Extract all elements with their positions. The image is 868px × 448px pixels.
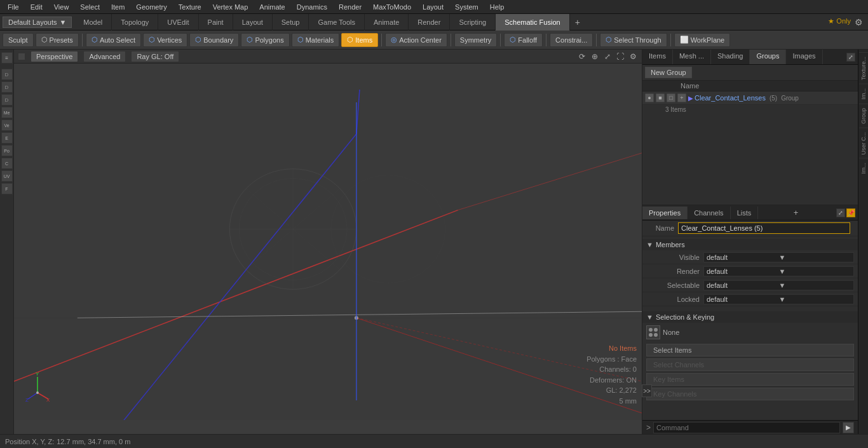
left-panel-btn-d2[interactable]: D xyxy=(1,81,13,93)
select-through-button[interactable]: ⬡ Select Through xyxy=(600,33,667,47)
layout-dropdown[interactable]: Default Layouts ▼ xyxy=(3,17,72,28)
materials-button[interactable]: ⬡ Materials xyxy=(292,33,340,47)
layout-tab-render[interactable]: Render xyxy=(409,14,450,31)
left-panel-btn-c1[interactable]: C xyxy=(1,158,13,169)
left-panel-btn-expand[interactable]: D xyxy=(1,69,13,80)
boundary-button[interactable]: ⬡ Boundary xyxy=(189,33,239,47)
left-panel-btn-m1[interactable]: Me xyxy=(1,107,13,118)
left-panel-btn-f1[interactable]: F xyxy=(1,183,13,194)
settings-icon[interactable]: ⚙ xyxy=(855,17,863,27)
group-row[interactable]: ● ■ □ + ▶ Clear_Contact_Lenses (5) Group xyxy=(642,92,858,105)
layout-tab-paint[interactable]: Paint xyxy=(199,14,233,31)
items-button[interactable]: ⬡ Items xyxy=(341,33,378,47)
side-tab-im[interactable]: Im... xyxy=(859,84,868,104)
layout-tab-animate[interactable]: Animate xyxy=(365,14,409,31)
side-tab-texture[interactable]: Texture... xyxy=(859,52,868,84)
menu-vertex-map[interactable]: Vertex Map xyxy=(208,2,254,12)
menu-maxtomodo[interactable]: MaxToModo xyxy=(368,2,416,12)
constraints-button[interactable]: Constrai... xyxy=(550,33,593,47)
workplane-button[interactable]: ⬜ WorkPlane xyxy=(674,33,731,47)
viewport-tab-perspective[interactable]: Perspective xyxy=(31,51,78,62)
menu-dynamics[interactable]: Dynamics xyxy=(292,2,332,12)
members-header[interactable]: ▼ Members xyxy=(642,239,858,250)
right-tab-images[interactable]: Images xyxy=(786,50,822,64)
menu-select[interactable]: Select xyxy=(75,2,105,12)
name-input[interactable] xyxy=(678,222,850,234)
layout-tab-model[interactable]: Model xyxy=(74,14,112,31)
command-input[interactable] xyxy=(653,422,840,433)
action-center-button[interactable]: ◎ Action Center xyxy=(385,33,447,47)
right-tab-mesh[interactable]: Mesh ... xyxy=(673,50,711,64)
left-panel-btn-1[interactable]: ≡ xyxy=(1,52,13,64)
viewport-ctrl-settings[interactable]: ⚙ xyxy=(628,51,638,62)
layout-tab-uvedit[interactable]: UVEdit xyxy=(158,14,198,31)
side-tab-group[interactable]: Group xyxy=(859,104,868,128)
viewport-ctrl-zoom[interactable]: ⊕ xyxy=(590,51,600,62)
group-type-btn[interactable]: + xyxy=(677,93,686,102)
side-tab-im2[interactable]: Im... xyxy=(859,158,868,178)
presets-button[interactable]: ⬡ Presets xyxy=(36,33,79,47)
layout-tab-topology[interactable]: Topology xyxy=(112,14,158,31)
menu-system[interactable]: System xyxy=(450,2,484,12)
right-expand-btn[interactable]: >> xyxy=(642,384,652,397)
prop-tab-add[interactable]: + xyxy=(790,205,803,220)
left-panel-btn-uv[interactable]: UV xyxy=(1,170,13,182)
menu-geometry[interactable]: Geometry xyxy=(131,2,172,12)
menu-view[interactable]: View xyxy=(49,2,74,12)
select-items-button[interactable]: Select Items xyxy=(646,344,854,356)
viewport[interactable]: Perspective Advanced Ray GL: Off ⟳ ⊕ ⤢ ⛶… xyxy=(14,50,642,434)
prop-tab-lists[interactable]: Lists xyxy=(731,207,759,219)
selectable-select[interactable]: default ▼ xyxy=(703,280,854,290)
menu-texture[interactable]: Texture xyxy=(173,2,207,12)
side-tab-user-c[interactable]: User C... xyxy=(859,128,868,159)
right-tab-groups[interactable]: Groups xyxy=(750,50,786,64)
add-layout-button[interactable]: + xyxy=(570,15,585,30)
right-panel-expand-btn[interactable]: ⤢ xyxy=(846,53,855,62)
right-tab-shading[interactable]: Shading xyxy=(711,50,750,64)
properties-expand-btn[interactable]: ⤢ xyxy=(836,208,845,217)
auto-select-button[interactable]: ⬡ Auto Select xyxy=(86,33,141,47)
viewport-ctrl-fit[interactable]: ⤢ xyxy=(602,51,613,62)
left-panel-btn-e1[interactable]: E xyxy=(1,132,13,144)
render-select[interactable]: default ▼ xyxy=(703,266,854,276)
group-visibility-btn[interactable]: ● xyxy=(645,93,654,102)
new-group-button[interactable]: New Group xyxy=(645,67,692,78)
viewport-tab-advanced[interactable]: Advanced xyxy=(83,51,126,62)
command-run-button[interactable]: ▶ xyxy=(843,422,854,433)
menu-edit[interactable]: Edit xyxy=(25,2,48,12)
menu-help[interactable]: Help xyxy=(485,2,510,12)
menu-render[interactable]: Render xyxy=(334,2,367,12)
viewport-ray-gl[interactable]: Ray GL: Off xyxy=(131,51,179,62)
key-channels-button[interactable]: Key Channels xyxy=(646,388,854,400)
left-panel-btn-v1[interactable]: Ve xyxy=(1,119,13,131)
menu-animate[interactable]: Animate xyxy=(254,2,290,12)
keying-grid-icon[interactable] xyxy=(646,325,660,339)
key-items-button[interactable]: Key Items xyxy=(646,373,854,386)
symmetry-button[interactable]: Symmetry xyxy=(454,33,498,47)
menu-layout[interactable]: Layout xyxy=(417,2,449,12)
left-panel-btn-d3[interactable]: D xyxy=(1,94,13,105)
locked-select[interactable]: default ▼ xyxy=(703,294,854,304)
right-tab-items[interactable]: Items xyxy=(642,50,673,64)
viewport-ctrl-expand[interactable]: ⛶ xyxy=(615,51,625,62)
vertices-button[interactable]: ⬡ Vertices xyxy=(143,33,187,47)
menu-file[interactable]: File xyxy=(3,2,24,12)
layout-tab-setup[interactable]: Setup xyxy=(273,14,309,31)
visible-select[interactable]: default ▼ xyxy=(703,252,854,262)
group-lock-btn[interactable]: □ xyxy=(667,93,675,102)
layout-tab-scripting[interactable]: Scripting xyxy=(450,14,496,31)
selection-keying-header[interactable]: ▼ Selection & Keying xyxy=(642,311,858,323)
layout-tab-layout[interactable]: Layout xyxy=(233,14,273,31)
viewport-menu-btn[interactable] xyxy=(18,53,25,60)
group-render-btn[interactable]: ■ xyxy=(656,93,665,102)
prop-tab-properties[interactable]: Properties xyxy=(642,207,688,219)
properties-pin-btn[interactable]: 📌 xyxy=(846,208,855,217)
layout-tab-schematic-fusion[interactable]: Schematic Fusion xyxy=(496,14,569,31)
layout-tab-game-tools[interactable]: Game Tools xyxy=(309,14,365,31)
select-channels-button[interactable]: Select Channels xyxy=(646,358,854,371)
left-panel-btn-p1[interactable]: Po xyxy=(1,145,13,156)
viewport-ctrl-rotate[interactable]: ⟳ xyxy=(577,51,587,62)
polygons-button[interactable]: ⬡ Polygons xyxy=(241,33,289,47)
command-arrow[interactable]: > xyxy=(646,423,651,432)
prop-tab-channels[interactable]: Channels xyxy=(688,207,730,219)
